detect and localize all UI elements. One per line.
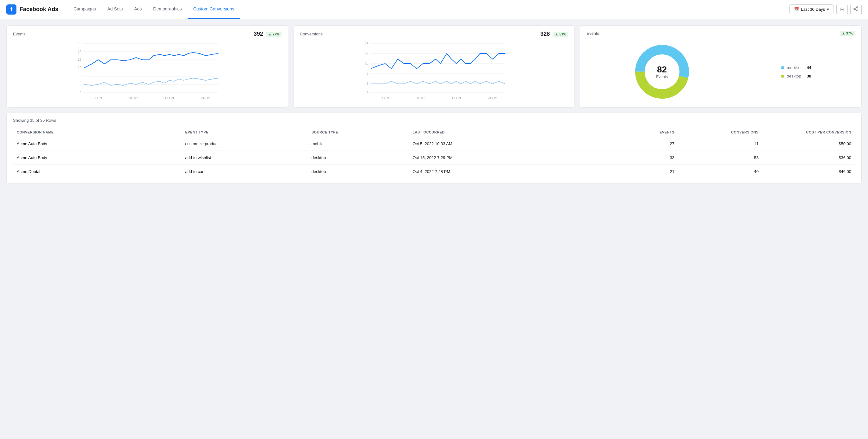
svg-text:3 Oct: 3 Oct <box>381 96 389 100</box>
cell-last-occurred: Oct 4, 2022 7:48 PM <box>409 165 594 179</box>
col-header-last: Last Occurred <box>409 128 594 137</box>
table-row[interactable]: Acme Dental add to cart desktop Oct 4, 2… <box>13 165 855 179</box>
share-icon <box>854 6 859 13</box>
cell-last-occurred: Oct 5, 2022 10:33 AM <box>409 137 594 151</box>
conversions-header-right: 328 ▲ 51% <box>540 31 568 37</box>
svg-text:17 Oct: 17 Oct <box>452 96 461 100</box>
donut-center-label: Events <box>656 75 668 79</box>
table-row[interactable]: Acme Auto Body add to wishlist desktop O… <box>13 151 855 165</box>
svg-text:8: 8 <box>80 74 82 78</box>
table-header: Conversion Name Event Type Source Type L… <box>13 128 855 137</box>
legend-desktop: desktop 38 <box>781 74 811 79</box>
events-chart-card: Events 392 ▲ 77% 16 14 12 10 8 6 4 <box>6 25 288 107</box>
legend-mobile-label: mobile <box>787 65 804 70</box>
donut-chart-card: Events ▲ 37% <box>580 25 862 107</box>
tab-demographics[interactable]: Demographics <box>147 0 187 19</box>
legend-desktop-value: 38 <box>807 74 811 79</box>
donut-center: 82 Events <box>656 65 668 79</box>
cell-name: Acme Auto Body <box>13 137 181 151</box>
cell-source-type: desktop <box>308 151 409 165</box>
col-header-name: Conversion Name <box>13 128 181 137</box>
svg-text:12: 12 <box>365 52 369 55</box>
tab-adsets[interactable]: Ad Sets <box>101 0 128 19</box>
donut-legend: mobile 44 desktop 38 <box>781 65 811 79</box>
events-chart-svg-wrap: 16 14 12 10 8 6 4 3 Oct <box>13 39 282 103</box>
date-range-label: Last 30 Days <box>801 7 825 12</box>
conversions-chart-title: Conversions <box>300 32 323 36</box>
events-badge: ▲ 77% <box>266 32 282 37</box>
cell-cost: $46.00 <box>762 165 855 179</box>
conversions-line-chart: 14 12 10 8 6 4 3 Oct 10 Oct 17 O <box>300 39 568 102</box>
cell-conversions: 11 <box>678 137 762 151</box>
cell-event-type: customize product <box>181 137 307 151</box>
filter-icon: ⊟ <box>840 6 844 12</box>
col-header-event: Event Type <box>181 128 307 137</box>
calendar-icon: 📅 <box>794 7 799 12</box>
col-header-events: Events <box>594 128 678 137</box>
donut-chart-body: 82 Events mobile 44 desktop 38 <box>586 37 855 103</box>
cell-conversions: 40 <box>678 165 762 179</box>
donut-value: 82 <box>656 65 668 75</box>
donut-wrap: 82 Events <box>630 40 694 103</box>
events-line-chart: 16 14 12 10 8 6 4 3 Oct <box>13 39 282 102</box>
conversions-chart-svg-wrap: 14 12 10 8 6 4 3 Oct 10 Oct 17 O <box>300 39 568 103</box>
svg-text:12: 12 <box>78 58 82 61</box>
header-right: 📅 Last 30 Days ▾ ⊟ <box>789 4 862 15</box>
legend-desktop-label: desktop <box>787 74 804 79</box>
app-title: Facebook Ads <box>20 6 58 13</box>
logo-area: f Facebook Ads <box>6 4 58 14</box>
donut-badge: ▲ 37% <box>840 31 855 36</box>
cell-event-type: add to cart <box>181 165 307 179</box>
svg-text:16: 16 <box>78 41 82 45</box>
cell-event-type: add to wishlist <box>181 151 307 165</box>
svg-text:24 Oct: 24 Oct <box>201 96 211 100</box>
cell-source-type: mobile <box>308 137 409 151</box>
legend-mobile-value: 44 <box>807 65 811 70</box>
svg-line-4 <box>855 9 857 10</box>
main-content: Events 392 ▲ 77% 16 14 12 10 8 6 4 <box>0 19 868 190</box>
facebook-icon: f <box>6 4 17 14</box>
svg-text:10: 10 <box>78 66 82 70</box>
svg-text:8: 8 <box>366 72 368 75</box>
svg-text:6: 6 <box>80 83 82 86</box>
cell-name: Acme Dental <box>13 165 181 179</box>
events-card-header: Events 392 ▲ 77% <box>13 31 282 37</box>
svg-text:3 Oct: 3 Oct <box>94 96 102 100</box>
table-body: Acme Auto Body customize product mobile … <box>13 137 855 179</box>
svg-point-2 <box>854 8 855 9</box>
legend-mobile-dot <box>781 66 784 69</box>
date-range-button[interactable]: 📅 Last 30 Days ▾ <box>789 4 834 14</box>
svg-text:17 Oct: 17 Oct <box>165 96 174 100</box>
nav-tabs: Campaigns Ad Sets Ads Demographics Custo… <box>68 0 789 19</box>
conversions-value: 328 <box>540 31 550 37</box>
share-button[interactable] <box>850 4 862 15</box>
table-meta: Showing 35 of 35 Rows <box>13 118 855 123</box>
events-chart-title: Events <box>13 32 26 36</box>
svg-line-3 <box>855 8 857 8</box>
cell-events: 21 <box>594 165 678 179</box>
col-header-source: Source Type <box>308 128 409 137</box>
svg-text:10 Oct: 10 Oct <box>415 96 425 100</box>
header: f Facebook Ads Campaigns Ad Sets Ads Dem… <box>0 0 868 19</box>
filter-button[interactable]: ⊟ <box>836 4 848 15</box>
svg-text:6: 6 <box>366 82 368 85</box>
svg-text:10: 10 <box>365 62 369 65</box>
svg-text:4: 4 <box>366 91 368 94</box>
svg-point-1 <box>857 10 858 11</box>
conversions-card-header: Conversions 328 ▲ 51% <box>300 31 568 37</box>
events-header-right: 392 ▲ 77% <box>254 31 282 37</box>
donut-card-header: Events ▲ 37% <box>586 31 855 36</box>
tab-campaigns[interactable]: Campaigns <box>68 0 101 19</box>
cell-events: 27 <box>594 137 678 151</box>
svg-text:14: 14 <box>78 50 82 53</box>
conversions-table-card: Showing 35 of 35 Rows Conversion Name Ev… <box>6 113 862 184</box>
tab-custom-conversions[interactable]: Custom Conversions <box>188 0 240 19</box>
conversions-badge: ▲ 51% <box>553 32 568 37</box>
col-header-cost: Cost Per Conversion <box>762 128 855 137</box>
cell-source-type: desktop <box>308 165 409 179</box>
tab-ads[interactable]: Ads <box>128 0 147 19</box>
legend-mobile: mobile 44 <box>781 65 811 70</box>
cell-cost: $50.00 <box>762 137 855 151</box>
cell-conversions: 53 <box>678 151 762 165</box>
table-row[interactable]: Acme Auto Body customize product mobile … <box>13 137 855 151</box>
